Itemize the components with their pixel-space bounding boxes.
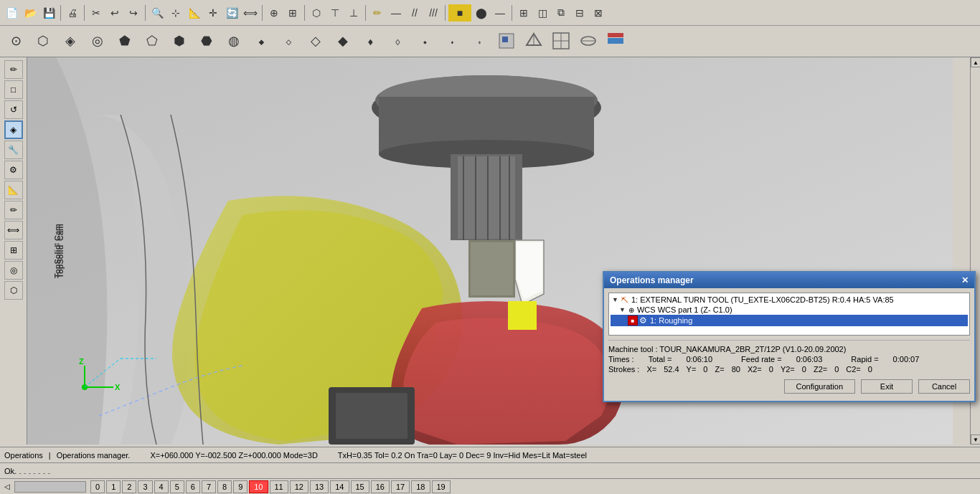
- tab-12[interactable]: 12: [290, 480, 308, 493]
- tab-18[interactable]: 18: [411, 480, 430, 493]
- tree-item-wcs[interactable]: ▼ ⊕ WCS WCS part 1 (Z- C1.0): [611, 305, 968, 315]
- tree-item-op[interactable]: ■ ⚙ 1: Roughing: [611, 315, 968, 326]
- mirror-button[interactable]: ⟺: [242, 4, 259, 22]
- print-button[interactable]: 🖨: [64, 4, 81, 22]
- sidebar-btn-hex[interactable]: ⬡: [4, 281, 23, 300]
- tb2-btn6[interactable]: ⬠: [139, 28, 165, 54]
- measure-button[interactable]: 📐: [186, 4, 203, 22]
- sidebar-btn-active[interactable]: ◈: [4, 120, 23, 139]
- tab-16[interactable]: 16: [371, 480, 390, 493]
- new-button[interactable]: 📄: [3, 4, 20, 22]
- tb2-btn5[interactable]: ⬟: [112, 28, 138, 54]
- viewfront-button[interactable]: ⊥: [345, 4, 362, 22]
- tb2-btn8[interactable]: ⬣: [194, 28, 220, 54]
- tb2-btn18[interactable]: ⬫: [466, 28, 492, 54]
- tab-5[interactable]: 5: [170, 480, 184, 493]
- tb2-btn7[interactable]: ⬢: [166, 28, 192, 54]
- tree-item-tool[interactable]: ▼ ⛏ 1: EXTERNAL TURN TOOL (TU_EXTE-LX06C…: [611, 295, 968, 305]
- tab-15[interactable]: 15: [351, 480, 369, 493]
- ops-buttons: Configuration Exit Cancel: [608, 379, 970, 396]
- tb2-btn10[interactable]: ⬥: [248, 28, 274, 54]
- exit-button[interactable]: Exit: [861, 379, 913, 394]
- cam-view1[interactable]: ⊞: [515, 4, 532, 22]
- tab-3[interactable]: 3: [138, 480, 152, 493]
- tab-1[interactable]: 1: [106, 480, 121, 493]
- tab-6[interactable]: 6: [186, 480, 200, 493]
- move-button[interactable]: ✛: [204, 4, 222, 22]
- tb2-btn20[interactable]: [521, 28, 547, 54]
- select-button[interactable]: ⊹: [167, 4, 184, 22]
- tb2-btn1[interactable]: ⊙: [3, 28, 29, 54]
- tb2-btn22[interactable]: [575, 28, 601, 54]
- tab-4[interactable]: 4: [154, 480, 169, 493]
- tb2-btn3[interactable]: ◈: [57, 28, 83, 54]
- sidebar-btn-gear[interactable]: ⚙: [4, 161, 23, 179]
- ops-manager-close-icon[interactable]: ✕: [961, 275, 969, 285]
- zoom-button[interactable]: 🔍: [149, 4, 166, 22]
- tabs-slider[interactable]: [14, 481, 86, 493]
- tb2-btn17[interactable]: ⬪: [439, 28, 465, 54]
- view3d-button[interactable]: ⬡: [308, 4, 325, 22]
- redo-button[interactable]: ↪: [125, 4, 142, 22]
- hatch2-button[interactable]: ///: [425, 4, 442, 22]
- rotate-button[interactable]: 🔄: [223, 4, 240, 22]
- display-btn3[interactable]: —: [491, 4, 509, 22]
- ops-tree[interactable]: ▼ ⛏ 1: EXTERNAL TURN TOOL (TU_EXTE-LX06C…: [608, 293, 970, 336]
- tb2-btn12[interactable]: ◇: [303, 28, 329, 54]
- tb2-btn2[interactable]: ⬡: [30, 28, 56, 54]
- display-btn2[interactable]: ⬤: [473, 4, 490, 22]
- tab-17[interactable]: 17: [391, 480, 410, 493]
- sidebar-btn-wrench[interactable]: 🔧: [4, 141, 23, 159]
- tab-9[interactable]: 9: [233, 480, 248, 493]
- tb2-btn19[interactable]: [494, 28, 519, 54]
- cam-view4[interactable]: ⊟: [571, 4, 588, 22]
- cancel-button[interactable]: Cancel: [918, 379, 970, 394]
- scroll-down-button[interactable]: ▼: [971, 434, 980, 445]
- tab-2[interactable]: 2: [122, 480, 136, 493]
- sidebar-btn-pencil[interactable]: ✏: [4, 60, 23, 79]
- tb2-btn14[interactable]: ⬧: [357, 28, 383, 54]
- tb2-btn23[interactable]: [603, 28, 628, 54]
- tab-0[interactable]: 0: [90, 480, 105, 493]
- ops-manager-title[interactable]: Operations manager ✕: [604, 272, 974, 288]
- cam-view2[interactable]: ◫: [534, 4, 551, 22]
- tb2-btn16[interactable]: ⬩: [412, 28, 438, 54]
- tb2-btn13[interactable]: ◆: [330, 28, 356, 54]
- cam-view3[interactable]: ⧉: [552, 4, 570, 22]
- tb2-btn4[interactable]: ◎: [85, 28, 110, 54]
- scroll-up-button[interactable]: ▲: [971, 57, 980, 67]
- sidebar-btn-mirror[interactable]: ⟺: [4, 221, 23, 239]
- tab-11[interactable]: 11: [270, 480, 288, 493]
- sidebar-btn-circle[interactable]: ◎: [4, 261, 23, 280]
- line-button[interactable]: —: [387, 4, 405, 22]
- sidebar-btn-dim[interactable]: ⊞: [4, 241, 23, 260]
- cam-view5[interactable]: ⊠: [590, 4, 607, 22]
- hatch-button[interactable]: //: [406, 4, 423, 22]
- configuration-button[interactable]: Configuration: [784, 379, 855, 394]
- tab-19[interactable]: 19: [432, 480, 451, 493]
- tb2-btn9[interactable]: ◍: [221, 28, 247, 54]
- expand-arrow-2[interactable]: ▼: [619, 306, 626, 313]
- tab-10[interactable]: 10: [249, 480, 268, 493]
- open-button[interactable]: 📂: [22, 4, 39, 22]
- pen-button[interactable]: ✏: [369, 4, 386, 22]
- cut-button[interactable]: ✂: [88, 4, 105, 22]
- expand-arrow-1[interactable]: ▼: [612, 296, 618, 303]
- sidebar-btn-rotate[interactable]: ↺: [4, 100, 23, 119]
- viewtop-button[interactable]: ⊤: [326, 4, 344, 22]
- tab-13[interactable]: 13: [310, 480, 329, 493]
- display-btn1[interactable]: ■: [448, 4, 471, 22]
- tab-7[interactable]: 7: [202, 480, 216, 493]
- sidebar-btn-edit[interactable]: ✏: [4, 201, 23, 219]
- tab-14[interactable]: 14: [330, 480, 349, 493]
- sidebar-btn-select[interactable]: □: [4, 80, 23, 99]
- snap-button[interactable]: ⊕: [265, 4, 283, 22]
- save-button[interactable]: 💾: [40, 4, 57, 22]
- grid-button[interactable]: ⊞: [284, 4, 301, 22]
- tb2-btn21[interactable]: [548, 28, 574, 54]
- tb2-btn15[interactable]: ⬨: [385, 28, 410, 54]
- tab-8[interactable]: 8: [217, 480, 232, 493]
- undo-button[interactable]: ↩: [106, 4, 123, 22]
- sidebar-btn-measure[interactable]: 📐: [4, 181, 23, 199]
- tb2-btn11[interactable]: ⬦: [275, 28, 301, 54]
